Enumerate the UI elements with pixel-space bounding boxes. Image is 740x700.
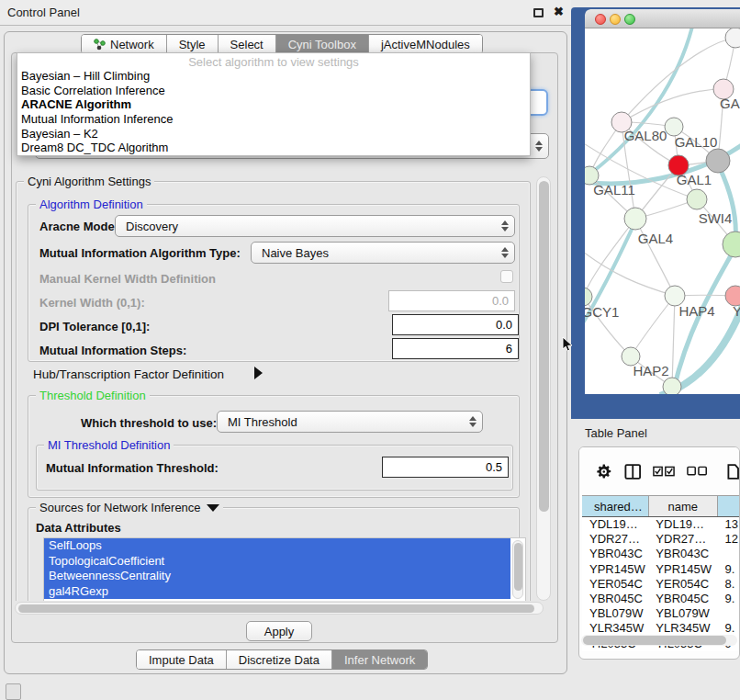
tab-network[interactable]: Network (82, 35, 167, 53)
table-cell (717, 547, 740, 561)
mi-algorithm-type-combo[interactable]: Naive Bayes (251, 242, 515, 264)
split-columns-icon[interactable] (624, 463, 641, 480)
algorithm-option[interactable]: Bayesian – Hill Climbing (17, 69, 530, 84)
node-table: shared…name YDL19…YDL19…13YDR27…YDR27…12… (582, 495, 740, 651)
settings-hscrollbar[interactable] (15, 602, 544, 615)
close-window-icon[interactable] (595, 14, 606, 25)
sources-group: Sources for Network Inference Data Attri… (28, 507, 520, 601)
network-node-swi4[interactable] (723, 231, 740, 257)
attribute-list-item[interactable]: TopologicalCoefficient (44, 554, 510, 570)
collapse-arrow-icon[interactable] (207, 504, 219, 512)
table-row[interactable]: YDL19…YDL19…13 (582, 517, 740, 532)
gear-icon[interactable] (596, 463, 612, 480)
network-node[interactable] (706, 149, 730, 173)
network-node[interactable] (687, 189, 707, 209)
which-threshold-combo[interactable]: MI Threshold (217, 411, 483, 433)
select-all-icon[interactable] (653, 466, 675, 478)
network-window-titlebar[interactable] (585, 9, 740, 28)
close-panel-icon[interactable]: ✖ (554, 5, 564, 18)
mi-steps-field[interactable] (392, 338, 519, 359)
table-row[interactable]: YBR043CYBR043C (582, 547, 740, 561)
application-window: Control Panel ✖ NetworkStyleSelectCyni T… (0, 0, 740, 700)
network-node-gal4[interactable] (624, 208, 646, 230)
control-panel-titlebar: Control Panel ✖ (0, 0, 571, 26)
tab-label: jActiveMNodules (381, 38, 470, 51)
node-label: GAL80 (624, 128, 667, 143)
column-header[interactable]: name (649, 496, 718, 516)
which-threshold-label: Which threshold to use: (81, 416, 217, 430)
network-tab-icon (94, 39, 106, 51)
table-row[interactable]: YBR045CYBR045C9. (582, 592, 740, 606)
table-cell: YER054C (648, 577, 717, 592)
attribute-list-scrollbar[interactable] (512, 540, 523, 599)
tab-label: Network (110, 38, 154, 51)
mi-threshold-field[interactable] (382, 457, 509, 478)
control-panel-tabs: NetworkStyleSelectCyni ToolboxjActiveMNo… (81, 34, 483, 54)
apply-button[interactable]: Apply (246, 621, 312, 641)
minimize-window-icon[interactable] (610, 14, 621, 25)
mi-steps-label: Mutual Information Steps: (39, 344, 186, 357)
node-label: GAL11 (593, 182, 635, 198)
algorithm-option[interactable]: Basic Correlation Inference (17, 84, 530, 98)
attribute-list-item[interactable]: SelfLoops (44, 538, 510, 554)
network-node-gcy1[interactable] (585, 288, 592, 306)
table-row[interactable]: YPR145WYPR145W9. (582, 562, 740, 577)
table-row[interactable]: YER054CYER054C8. (582, 577, 740, 592)
kernel-width-field[interactable] (388, 290, 515, 311)
table-cell: 9. (717, 592, 740, 606)
table-cell: YPR145W (648, 562, 717, 577)
combo-arrows-icon (535, 141, 543, 152)
combo-arrows-icon (501, 220, 509, 231)
tab-cyni-toolbox[interactable]: Cyni Toolbox (276, 35, 369, 53)
tab-label: Select (230, 38, 263, 51)
dpi-tolerance-field[interactable] (392, 314, 519, 335)
export-table-icon[interactable] (727, 463, 739, 480)
zoom-window-icon[interactable] (624, 14, 635, 25)
network-desktop: GALGAL80GAL10GAL1GAL11GAL4SWI4GCY1HAP4YH… (571, 7, 740, 419)
tab-style[interactable]: Style (167, 35, 219, 53)
algorithm-dropdown-popup: Select algorithm to view settings Bayesi… (17, 52, 531, 156)
mi-threshold-group: MI Threshold Definition Mutual Informati… (36, 445, 513, 491)
settings-vscrollbar[interactable] (536, 176, 551, 601)
attribute-list-item[interactable]: BetweennessCentrality (44, 569, 510, 584)
manual-kernel-label: Manual Kernel Width Definition (39, 272, 216, 286)
table-cell: YBR045C (648, 592, 717, 606)
sources-group-title-row: Sources for Network Inference (36, 501, 223, 514)
node-label: HAP2 (633, 363, 668, 378)
data-attributes-list[interactable]: SelfLoopsTopologicalCoefficientBetweenne… (43, 537, 526, 601)
algorithm-option[interactable]: Mutual Information Inference (17, 112, 530, 127)
node-label: HAP4 (678, 303, 714, 319)
table-hscrollbar[interactable] (581, 635, 737, 646)
table-cell: 8. (717, 577, 740, 592)
tab-discretize-data[interactable]: Discretize Data (227, 650, 332, 669)
network-node[interactable] (663, 378, 681, 394)
tab-select[interactable]: Select (219, 35, 276, 53)
mi-type-label: Mutual Information Algorithm Type: (39, 246, 241, 260)
tab-infer-network[interactable]: Infer Network (332, 650, 427, 669)
table-row[interactable]: YBL079WYBL079W (582, 606, 740, 621)
table-row[interactable]: YDR27…YDR27…12 (582, 532, 740, 547)
tab-label: Cyni Toolbox (288, 38, 356, 51)
network-node[interactable] (725, 28, 740, 48)
manual-kernel-checkbox[interactable] (500, 270, 513, 283)
node-label: GAL10 (675, 134, 718, 150)
algorithm-option[interactable]: Dream8 DC_TDC Algorithm (17, 141, 530, 155)
column-header[interactable] (718, 496, 740, 516)
tab-impute-data[interactable]: Impute Data (137, 650, 227, 669)
apply-button-label: Apply (264, 625, 295, 638)
tab-jactivemnodules[interactable]: jActiveMNodules (369, 35, 482, 53)
attribute-list-item[interactable]: gal4RGexp (44, 584, 510, 600)
network-node-gal10[interactable] (665, 118, 683, 136)
float-panel-icon[interactable] (533, 8, 544, 17)
tab-label: Discretize Data (239, 653, 320, 667)
column-header[interactable]: shared… (582, 496, 649, 516)
algorithm-option[interactable]: ARACNE Algorithm (17, 97, 530, 112)
panel-grip-button[interactable] (6, 683, 21, 700)
network-canvas[interactable]: GALGAL80GAL10GAL1GAL11GAL4SWI4GCY1HAP4YH… (585, 28, 740, 394)
algorithm-option[interactable]: Bayesian – K2 (17, 127, 530, 141)
aracne-mode-combo[interactable]: Discovery (115, 215, 515, 237)
expand-arrow-icon[interactable] (254, 367, 263, 379)
mi-type-value: Naive Bayes (262, 246, 329, 260)
deselect-all-icon[interactable] (687, 466, 708, 477)
tab-label: Infer Network (344, 653, 415, 667)
